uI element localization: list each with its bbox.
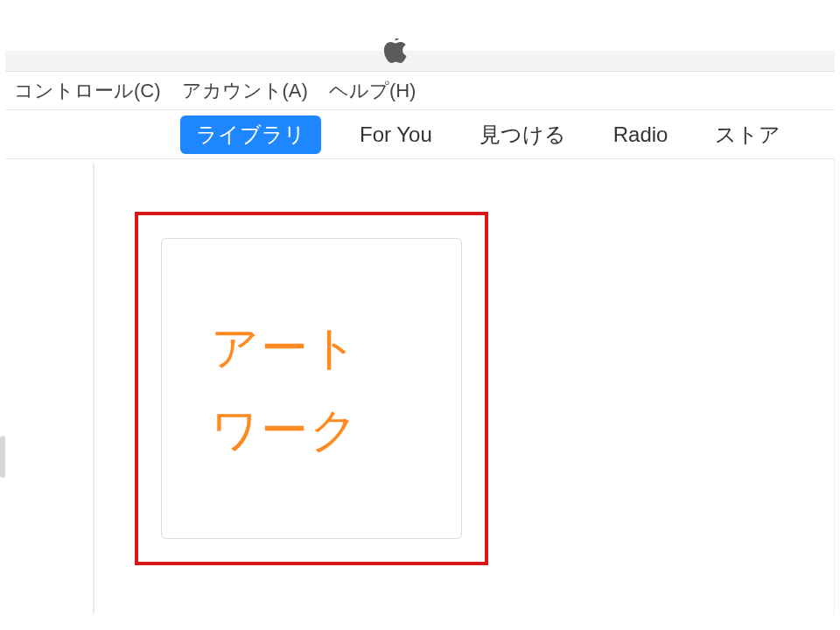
tab-store[interactable]: ストア xyxy=(706,117,789,152)
tab-radio[interactable]: Radio xyxy=(605,119,677,150)
menu-help[interactable]: ヘルプ(H) xyxy=(329,78,416,104)
apple-icon xyxy=(373,38,416,70)
tab-for-you[interactable]: For You xyxy=(351,119,441,150)
sidebar-divider xyxy=(93,163,94,614)
artwork-placeholder[interactable]: アート ワーク xyxy=(161,238,462,539)
titlebar xyxy=(5,51,835,72)
tab-discover[interactable]: 見つける xyxy=(471,117,575,152)
artwork-label-line1: アート xyxy=(211,324,461,371)
scrollbar-stub[interactable] xyxy=(0,436,5,478)
menu-account[interactable]: アカウント(A) xyxy=(182,78,308,104)
menubar: コントロール(C) アカウント(A) ヘルプ(H) xyxy=(5,72,835,110)
app-window: コントロール(C) アカウント(A) ヘルプ(H) ライブラリ For You … xyxy=(5,51,835,620)
content-area: アート ワーク xyxy=(5,159,835,614)
annotation-highlight: アート ワーク xyxy=(135,212,488,565)
menu-control[interactable]: コントロール(C) xyxy=(14,78,161,104)
tab-library[interactable]: ライブラリ xyxy=(180,116,321,154)
artwork-label-line2: ワーク xyxy=(211,406,461,453)
tabbar: ライブラリ For You 見つける Radio ストア xyxy=(5,110,835,159)
